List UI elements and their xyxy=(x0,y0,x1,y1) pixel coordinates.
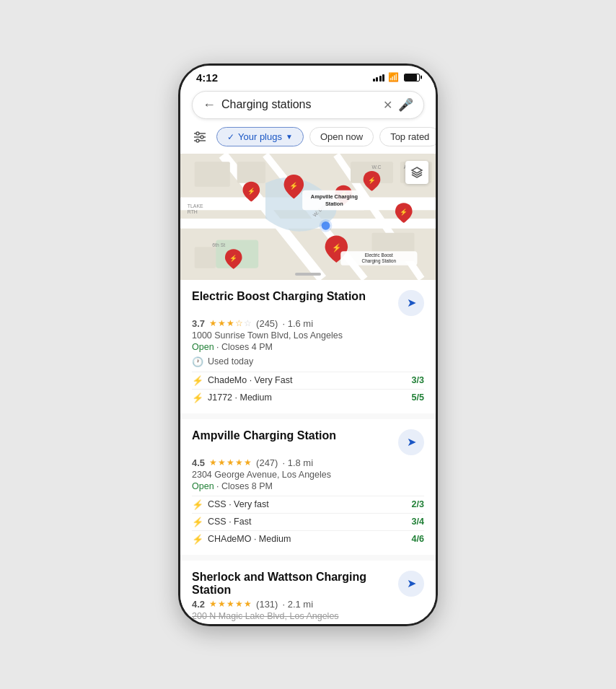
charger-row-2-3: ⚡ CHAdeMO · Medium 4/6 xyxy=(192,530,424,548)
station-distance-1: · 1.6 mi xyxy=(282,318,313,329)
station-reviews-1: (245) xyxy=(256,318,278,329)
station-open-label-2: Open xyxy=(192,481,214,491)
layers-icon xyxy=(410,166,423,179)
back-button[interactable]: ← xyxy=(203,97,216,113)
station-rating-row-1: 3.7 ★ ★ ★ ☆ ☆ (245) · 1.6 mi xyxy=(192,318,424,329)
clock-icon-1: 🕐 xyxy=(192,356,203,367)
svg-text:W.C: W.C xyxy=(372,164,382,170)
charger-avail-2-1: 2/3 xyxy=(412,499,424,509)
station-used-today-1: 🕐 Used today xyxy=(192,356,424,367)
svg-text:⚡: ⚡ xyxy=(368,175,377,184)
directions-icon-2: ➤ xyxy=(407,435,416,449)
station-rating-row-3: 4.2 ★ ★ ★ ★ ★ (131) · 2.1 mi xyxy=(192,599,424,610)
station-rating-value-3: 4.2 xyxy=(192,599,205,610)
station-address-2: 2304 George Avenue, Los Angeles xyxy=(192,470,424,480)
svg-text:Charging Station: Charging Station xyxy=(362,258,397,263)
svg-text:6th St: 6th St xyxy=(212,242,225,247)
mic-button[interactable]: 🎤 xyxy=(398,97,413,113)
svg-text:⚡: ⚡ xyxy=(400,208,408,216)
directions-icon-1: ➤ xyxy=(407,296,416,310)
charger-name-1-1: ChadeMo · Very Fast xyxy=(208,375,292,385)
svg-point-26 xyxy=(320,219,333,232)
svg-marker-40 xyxy=(412,167,422,173)
charger-info-2-1: ⚡ CSS · Very fast xyxy=(192,499,269,510)
map-drag-handle[interactable] xyxy=(295,273,321,276)
map-area[interactable]: 6th St W.C Alpine TLAKE RTH W. Dewap Rd … xyxy=(180,154,436,280)
station-status-1: Open · Closes 4 PM xyxy=(192,342,424,352)
station-distance-2: · 1.8 mi xyxy=(282,457,313,468)
charger-info-2-3: ⚡ CHAdeMO · Medium xyxy=(192,534,291,545)
station-name-1: Electric Boost Charging Station xyxy=(192,290,391,303)
chip-open-now-label: Open now xyxy=(320,131,363,142)
svg-point-3 xyxy=(196,132,199,135)
chip-your-plugs[interactable]: ✓ Your plugs ▼ xyxy=(216,127,304,146)
chip-top-rated[interactable]: Top rated xyxy=(379,127,436,146)
station-header-1: Electric Boost Charging Station ➤ xyxy=(192,290,424,316)
battery-icon xyxy=(404,74,420,82)
station-card-electric-boost: Electric Boost Charging Station ➤ 3.7 ★ … xyxy=(180,280,436,413)
station-rating-row-2: 4.5 ★ ★ ★ ★ ★ (247) · 1.8 mi xyxy=(192,457,424,468)
charger-row-2-2: ⚡ CSS · Fast 3/4 xyxy=(192,513,424,530)
station-header-2: Ampville Charging Station ➤ xyxy=(192,429,424,455)
directions-button-1[interactable]: ➤ xyxy=(398,290,424,316)
station-address-1: 1000 Sunrise Town Blvd, Los Angeles xyxy=(192,330,424,341)
charger-avail-2-3: 4/6 xyxy=(412,534,424,544)
map-svg: 6th St W.C Alpine TLAKE RTH W. Dewap Rd … xyxy=(180,154,436,280)
directions-button-3[interactable]: ➤ xyxy=(398,571,424,597)
status-bar: 4:12 📶 xyxy=(180,66,436,87)
charger-info-2-2: ⚡ CSS · Fast xyxy=(192,517,251,527)
station-stars-3: ★ ★ ★ ★ ★ xyxy=(209,599,252,609)
filter-row: ✓ Your plugs ▼ Open now Top rated xyxy=(180,123,436,154)
svg-text:Ampville Charging: Ampville Charging xyxy=(311,193,358,200)
svg-text:Electric Boost: Electric Boost xyxy=(365,253,393,258)
bolt-icon-1-1: ⚡ xyxy=(192,375,203,386)
station-close-time-1: · Closes 4 PM xyxy=(216,342,273,352)
station-rating-value-2: 4.5 xyxy=(192,457,205,468)
chip-open-now[interactable]: Open now xyxy=(309,127,374,146)
svg-text:Station: Station xyxy=(325,201,343,207)
charger-info-1-1: ⚡ ChadeMo · Very Fast xyxy=(192,375,292,386)
signal-bars-icon xyxy=(373,73,385,82)
charger-name-2-2: CSS · Fast xyxy=(208,517,251,527)
svg-rect-18 xyxy=(195,247,216,268)
station-stars-2: ★ ★ ★ ★ ★ xyxy=(209,457,252,468)
clear-button[interactable]: ✕ xyxy=(383,98,392,112)
charger-row-1-1: ⚡ ChadeMo · Very Fast 3/3 xyxy=(192,372,424,389)
phone-shell: 4:12 📶 ← ✕ 🎤 xyxy=(178,63,438,626)
charger-name-1-2: J1772 · Medium xyxy=(208,392,272,403)
chip-your-plugs-label: Your plugs xyxy=(238,131,282,142)
status-icons: 📶 xyxy=(373,72,421,82)
station-reviews-3: (131) xyxy=(256,599,278,610)
svg-text:⚡: ⚡ xyxy=(229,253,238,262)
search-bar-wrapper: ← ✕ 🎤 xyxy=(180,87,436,123)
charger-avail-2-2: 3/4 xyxy=(412,517,424,527)
svg-text:RTH: RTH xyxy=(188,209,198,214)
station-close-time-2: · Closes 8 PM xyxy=(216,481,273,491)
status-time: 4:12 xyxy=(196,71,218,84)
station-status-2: Open · Closes 8 PM xyxy=(192,481,424,491)
chevron-down-icon: ▼ xyxy=(286,133,293,141)
filter-tune-button[interactable] xyxy=(189,126,211,148)
station-card-ampville: Ampville Charging Station ➤ 4.5 ★ ★ ★ ★ … xyxy=(180,419,436,555)
svg-text:⚡: ⚡ xyxy=(332,242,342,253)
map-background: 6th St W.C Alpine TLAKE RTH W. Dewap Rd … xyxy=(180,154,436,280)
search-input[interactable] xyxy=(221,98,377,111)
svg-text:⚡: ⚡ xyxy=(289,180,299,190)
bolt-icon-2-2: ⚡ xyxy=(192,517,203,527)
charger-row-1-2: ⚡ J1772 · Medium 5/5 xyxy=(192,389,424,406)
station-reviews-2: (247) xyxy=(256,457,278,468)
map-layer-button[interactable] xyxy=(405,161,428,184)
directions-button-2[interactable]: ➤ xyxy=(398,429,424,455)
station-card-sherlock: Sherlock and Wattson Charging Station ➤ … xyxy=(180,561,436,624)
svg-rect-13 xyxy=(195,162,230,186)
charger-name-2-1: CSS · Very fast xyxy=(208,499,269,509)
svg-point-4 xyxy=(201,136,203,139)
station-open-label-1: Open xyxy=(192,342,214,352)
directions-icon-3: ➤ xyxy=(407,576,416,590)
search-bar: ← ✕ 🎤 xyxy=(192,91,424,119)
station-name-3: Sherlock and Wattson Charging Station xyxy=(192,571,391,597)
wifi-icon: 📶 xyxy=(388,72,399,82)
tune-icon xyxy=(193,130,207,144)
bolt-icon-1-2: ⚡ xyxy=(192,392,203,403)
charger-avail-1-2: 5/5 xyxy=(412,392,424,403)
